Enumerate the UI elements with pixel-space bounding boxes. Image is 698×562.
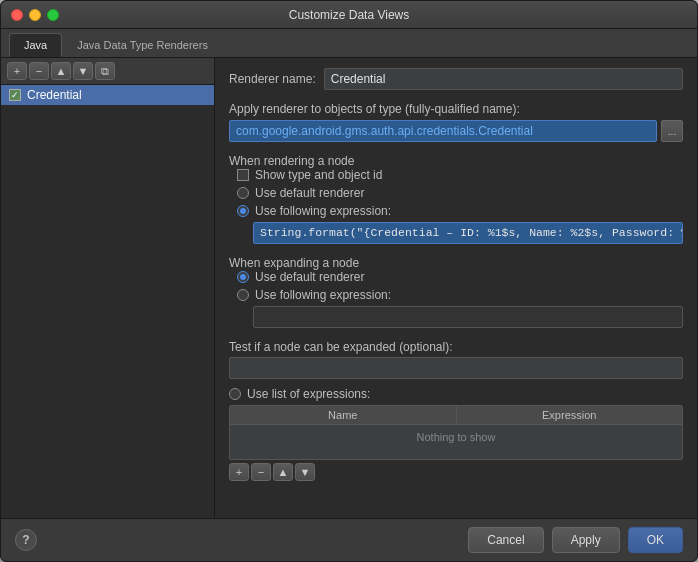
apply-renderer-input[interactable]: [229, 120, 657, 142]
rendering-options: Show type and object id Use default rend…: [229, 168, 683, 244]
apply-renderer-section: Apply renderer to objects of type (fully…: [229, 98, 683, 142]
expand-default-label: Use default renderer: [255, 270, 364, 284]
add-item-button[interactable]: +: [7, 62, 27, 80]
apply-button[interactable]: Apply: [552, 527, 620, 553]
window: Customize Data Views Java Java Data Type…: [0, 0, 698, 562]
col-expression: Expression: [457, 406, 683, 424]
show-type-label: Show type and object id: [255, 168, 382, 182]
close-button[interactable]: [11, 9, 23, 21]
list-toolbar: + − ▲ ▼ ⧉: [1, 58, 214, 85]
expression-field-row: String.format("{Credential – ID: %1$s, N…: [237, 222, 683, 244]
expanding-option-default: Use default renderer: [237, 270, 683, 284]
browse-button[interactable]: ...: [661, 120, 683, 142]
expanding-options: Use default renderer Use following expre…: [229, 270, 683, 328]
item-checkbox[interactable]: ✓: [9, 89, 21, 101]
when-rendering-label: When rendering a node: [229, 154, 683, 168]
rendering-expression-input[interactable]: String.format("{Credential – ID: %1$s, N…: [253, 222, 683, 244]
rendering-section: When rendering a node Show type and obje…: [229, 150, 683, 244]
tab-java-data-type-renderers[interactable]: Java Data Type Renderers: [62, 33, 223, 57]
ok-button[interactable]: OK: [628, 527, 683, 553]
table-header: Name Expression: [230, 406, 682, 425]
right-panel: Renderer name: Apply renderer to objects…: [215, 58, 697, 518]
maximize-button[interactable]: [47, 9, 59, 21]
rendering-option-expression: Use following expression:: [237, 204, 683, 218]
table-toolbar: + − ▲ ▼: [229, 460, 683, 484]
expanding-option-expression: Use following expression:: [237, 288, 683, 302]
list-expressions-section: Use list of expressions: Name Expression…: [229, 387, 683, 484]
renderer-name-label: Renderer name:: [229, 72, 316, 86]
traffic-lights: [11, 9, 59, 21]
remove-item-button[interactable]: −: [29, 62, 49, 80]
move-up-button[interactable]: ▲: [51, 62, 71, 80]
apply-renderer-label: Apply renderer to objects of type (fully…: [229, 102, 683, 116]
rendering-option-show-type: Show type and object id: [237, 168, 683, 182]
expand-expression-input: [253, 306, 683, 328]
use-list-row: Use list of expressions:: [229, 387, 683, 401]
use-default-label: Use default renderer: [255, 186, 364, 200]
list-item[interactable]: ✓ Credential: [1, 85, 214, 105]
test-label: Test if a node can be expanded (optional…: [229, 340, 683, 354]
tab-java[interactable]: Java: [9, 33, 62, 57]
expand-expression-field-row: [237, 306, 683, 328]
table-add-button[interactable]: +: [229, 463, 249, 481]
list-items: ✓ Credential: [1, 85, 214, 518]
expand-default-radio[interactable]: [237, 271, 249, 283]
show-type-checkbox[interactable]: [237, 169, 249, 181]
use-list-radio[interactable]: [229, 388, 241, 400]
expand-expression-radio[interactable]: [237, 289, 249, 301]
copy-item-button[interactable]: ⧉: [95, 62, 115, 80]
when-expanding-label: When expanding a node: [229, 256, 683, 270]
table-empty: Nothing to show: [230, 425, 682, 449]
table-remove-button[interactable]: −: [251, 463, 271, 481]
window-title: Customize Data Views: [289, 8, 410, 22]
rendering-option-default: Use default renderer: [237, 186, 683, 200]
cancel-button[interactable]: Cancel: [468, 527, 543, 553]
item-label: Credential: [27, 88, 82, 102]
test-input[interactable]: [229, 357, 683, 379]
main-content: + − ▲ ▼ ⧉ ✓ Credential Renderer name:: [1, 58, 697, 518]
test-section: Test if a node can be expanded (optional…: [229, 336, 683, 379]
left-panel: + − ▲ ▼ ⧉ ✓ Credential: [1, 58, 215, 518]
use-list-label: Use list of expressions:: [247, 387, 370, 401]
tabs-row: Java Java Data Type Renderers: [1, 29, 697, 58]
use-expression-radio[interactable]: [237, 205, 249, 217]
use-expression-label: Use following expression:: [255, 204, 391, 218]
table-up-button[interactable]: ▲: [273, 463, 293, 481]
use-default-radio[interactable]: [237, 187, 249, 199]
renderer-name-row: Renderer name:: [229, 68, 683, 90]
title-bar: Customize Data Views: [1, 1, 697, 29]
renderer-name-input[interactable]: [324, 68, 683, 90]
table-down-button[interactable]: ▼: [295, 463, 315, 481]
bottom-bar: ? Cancel Apply OK: [1, 518, 697, 561]
help-button[interactable]: ?: [15, 529, 37, 551]
expand-expression-label: Use following expression:: [255, 288, 391, 302]
col-name: Name: [230, 406, 457, 424]
expanding-section: When expanding a node Use default render…: [229, 252, 683, 328]
move-down-button[interactable]: ▼: [73, 62, 93, 80]
minimize-button[interactable]: [29, 9, 41, 21]
expressions-table: Name Expression Nothing to show: [229, 405, 683, 460]
action-buttons: Cancel Apply OK: [468, 527, 683, 553]
